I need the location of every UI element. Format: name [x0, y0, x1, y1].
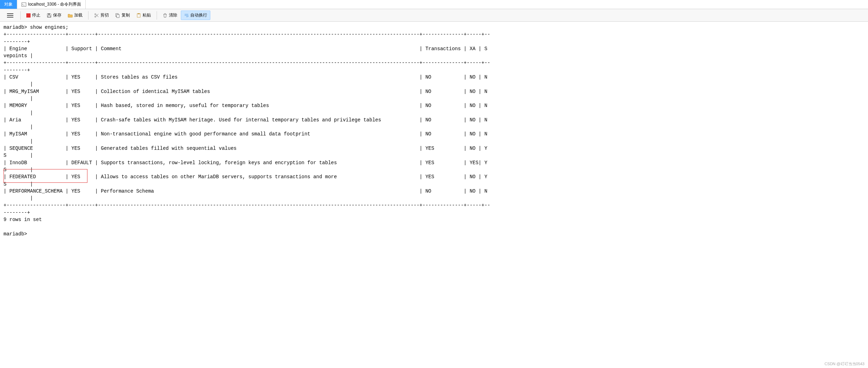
svg-rect-3	[48, 15, 51, 17]
svg-rect-2	[48, 13, 50, 15]
menu-button[interactable]	[3, 11, 18, 20]
svg-rect-11	[138, 13, 139, 14]
svg-point-4	[95, 16, 96, 17]
copy-button[interactable]: 复制	[112, 11, 133, 20]
clear-button[interactable]: 清除	[160, 11, 180, 20]
tab-bar: 对象 localhost_3306 - 命令列界面	[0, 0, 868, 9]
folder-icon	[68, 13, 73, 18]
separator	[20, 11, 21, 20]
load-button[interactable]: 加载	[65, 11, 85, 20]
highlight-annotation	[4, 169, 87, 183]
toolbar: 停止 保存 加载 剪切 复制 粘贴 清除 自动换行	[0, 9, 868, 22]
terminal-output[interactable]: mariadb> show engines; +----------------…	[0, 22, 868, 240]
svg-rect-9	[117, 14, 119, 18]
save-button[interactable]: 保存	[44, 11, 64, 20]
wrap-icon	[184, 13, 189, 18]
save-icon	[47, 13, 52, 18]
stop-button[interactable]: 停止	[24, 11, 43, 20]
svg-point-5	[95, 13, 96, 15]
cut-button[interactable]: 剪切	[91, 11, 112, 20]
trash-icon	[163, 13, 167, 18]
tab-objects[interactable]: 对象	[0, 0, 17, 9]
svg-line-6	[96, 14, 98, 17]
copy-icon	[115, 13, 120, 18]
wrap-button[interactable]: 自动换行	[181, 11, 210, 20]
svg-line-7	[96, 14, 98, 16]
separator	[88, 11, 88, 20]
cli-icon	[21, 2, 26, 7]
clipboard-icon	[136, 13, 141, 18]
paste-button[interactable]: 粘贴	[133, 11, 154, 20]
stop-icon	[26, 13, 31, 18]
tab-cli[interactable]: localhost_3306 - 命令列界面	[17, 0, 86, 9]
scissors-icon	[94, 13, 99, 18]
separator	[157, 11, 157, 20]
tab-label: localhost_3306 - 命令列界面	[28, 1, 81, 7]
svg-rect-0	[22, 2, 26, 6]
tab-label: 对象	[4, 1, 13, 7]
